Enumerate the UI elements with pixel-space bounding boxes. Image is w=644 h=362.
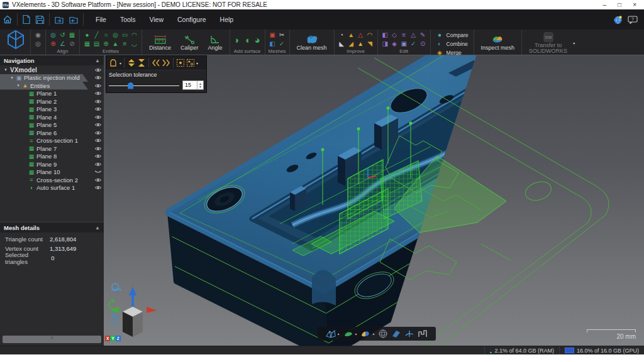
sphere-icon[interactable]: ⊕ [102, 40, 110, 48]
tree-item-auto-surface-1[interactable]: ◗Auto surface 1 [0, 184, 104, 192]
invert-selection-icon[interactable] [186, 58, 195, 67]
visibility-toggle[interactable] [92, 138, 104, 143]
orbit-icon[interactable] [111, 283, 121, 291]
visibility-toggle[interactable] [92, 106, 104, 112]
sphere-display-icon[interactable] [378, 329, 388, 339]
decimate-icon[interactable]: ▲ [357, 40, 365, 48]
edit-halfB-icon[interactable]: ◨ [381, 40, 389, 48]
3d-viewport[interactable]: ▾ [104, 55, 644, 346]
visibility-toggle[interactable] [92, 114, 104, 120]
tree-item-plane-9[interactable]: ▦Plane 9 [0, 160, 104, 168]
panel-horizontal-scrollbar[interactable] [3, 336, 101, 343]
align-target-icon[interactable]: ◎ [49, 31, 57, 39]
tree-item-plane-1[interactable]: ▦Plane 1 [0, 90, 104, 98]
add-surface-fit-icon[interactable]: ◕ [253, 36, 262, 44]
home-icon[interactable] [3, 14, 13, 25]
histogram-display-icon[interactable] [418, 329, 428, 339]
tree-item-plane-4[interactable]: ▦Plane 4 [0, 113, 104, 121]
boundary-icon[interactable]: ◣ [338, 40, 346, 48]
angle-button[interactable]: Angle [204, 35, 226, 52]
add-surface-patch-icon[interactable]: ◖ [243, 36, 252, 44]
point-icon[interactable]: ● [83, 31, 91, 39]
visibility-toggle[interactable] [92, 67, 104, 73]
colormap-display-icon[interactable] [360, 329, 370, 339]
edit-layers-icon[interactable]: ≡ [400, 31, 408, 39]
selection-tolerance-input[interactable]: 15 ▲▼ [182, 80, 204, 90]
edit-halfA-icon[interactable]: ◧ [381, 31, 389, 39]
navigation-header[interactable]: Navigation▲ [0, 55, 104, 65]
plane-grid2-icon[interactable]: ▤ [92, 40, 101, 48]
collapse-navigation-icon[interactable]: ▲ [95, 58, 100, 63]
edit-diamond-icon[interactable]: ◇ [391, 31, 399, 39]
tree-item-plane-8[interactable]: ▦Plane 8 [0, 153, 104, 161]
colormap-display-caret[interactable]: ▲ [372, 332, 375, 336]
align-points-icon[interactable]: ⊕ [49, 40, 57, 48]
visibility-toggle[interactable] [92, 130, 104, 136]
add-surface-auto-icon[interactable]: ◗ [233, 36, 242, 44]
3d-scene[interactable] [104, 55, 644, 346]
select-through-icon[interactable] [152, 58, 160, 67]
navigation-gizmo[interactable] [105, 279, 158, 342]
visibility-toggle[interactable] [92, 162, 104, 167]
fill-holes-icon[interactable]: ◔ [338, 31, 346, 39]
mesh-display-caret[interactable]: ▲ [337, 332, 340, 336]
edit-loop-icon[interactable]: ⊙ [419, 40, 427, 48]
expander-icon[interactable]: ▾ [15, 83, 21, 88]
visibility-toggle[interactable] [92, 177, 104, 183]
smooth-icon[interactable]: ◢ [347, 40, 355, 48]
lasso-selection-icon[interactable] [108, 58, 118, 67]
menu-configure[interactable]: Configure [172, 14, 212, 25]
plane-grid-icon[interactable]: ▦ [83, 40, 91, 48]
caliper-button[interactable]: Caliper [177, 35, 203, 52]
slider-thumb[interactable] [128, 82, 133, 89]
tree-item-cross-section-2[interactable]: ≡Cross-section 2 [0, 176, 104, 184]
freecurve-icon[interactable]: ◡ [130, 40, 138, 48]
tree-item-plastic-injection-mold[interactable]: ▾▣Plastic injection mold [0, 74, 104, 82]
transfer-solidworks-button[interactable]: SW Transfer to SOLIDWORKS [525, 31, 571, 55]
tree-item-plane-3[interactable]: ▦Plane 3 [0, 106, 104, 114]
line-icon[interactable]: ╱ [92, 31, 101, 39]
tree-item-plane-6[interactable]: ▦Plane 6 [0, 129, 104, 137]
selection-more-caret[interactable]: ▾ [196, 61, 198, 65]
edit-solid-icon[interactable]: ◈ [391, 40, 399, 48]
new-session-icon[interactable] [22, 14, 31, 25]
mesh-scissors-icon[interactable]: ✂ [278, 31, 286, 39]
visibility-toggle[interactable] [92, 185, 104, 190]
arc-icon[interactable]: ◠ [130, 31, 138, 39]
rotate-ccw-icon[interactable] [109, 299, 116, 309]
feedback-chat-icon[interactable]: ? [628, 16, 638, 24]
edit-check-icon[interactable]: ✓ [409, 40, 418, 48]
tree-item-plane-7[interactable]: ▦Plane 7 [0, 145, 104, 153]
export-session-icon[interactable] [69, 15, 79, 25]
visibility-toggle[interactable] [92, 83, 104, 89]
curvature-icon[interactable]: ◠ [366, 31, 374, 39]
tree-item-plane-10[interactable]: ▦Plane 10 [0, 168, 104, 177]
rotate-cw-icon[interactable] [110, 314, 118, 324]
import-session-icon[interactable] [54, 15, 64, 25]
transfer-dropdown-caret[interactable]: ▾ [573, 41, 575, 45]
edit-pen-icon[interactable]: ✎ [419, 31, 427, 39]
mesh-details-header[interactable]: Mesh details▲ [0, 222, 104, 233]
menu-help[interactable]: Help [214, 14, 240, 25]
visibility-toggle[interactable] [92, 90, 104, 96]
mesh-check-icon[interactable]: ✓ [278, 40, 286, 48]
visibility-toggle[interactable] [92, 146, 104, 151]
surface-display-caret[interactable]: ▲ [355, 332, 358, 336]
combine-button[interactable]: ◐Combine [434, 40, 470, 48]
edit-plane-icon[interactable]: ▣ [400, 40, 408, 48]
inspect-mesh-button[interactable]: Inspect mesh [477, 34, 519, 52]
distance-button[interactable]: Distance [145, 35, 175, 52]
clean-mesh-button[interactable]: Clean mesh [293, 34, 331, 52]
maximize-button[interactable]: □ [618, 2, 621, 8]
view-cube[interactable] [110, 287, 157, 337]
align-grid-icon[interactable]: ▦ [68, 31, 76, 39]
edit-tri-icon[interactable]: △ [409, 31, 418, 39]
spikes-icon[interactable]: ▲ [347, 31, 355, 39]
selection-mode-caret[interactable]: ▾ [119, 61, 121, 65]
align-axis-icon[interactable]: ∠ [58, 40, 67, 48]
orbit-ball-icon[interactable]: ◉ [34, 31, 42, 39]
tree-item-entities[interactable]: ▾▲Entities [0, 82, 104, 90]
visibility-toggle[interactable] [92, 75, 104, 80]
ellipse-icon[interactable]: ◎ [111, 31, 119, 39]
save-session-icon[interactable] [35, 15, 45, 25]
